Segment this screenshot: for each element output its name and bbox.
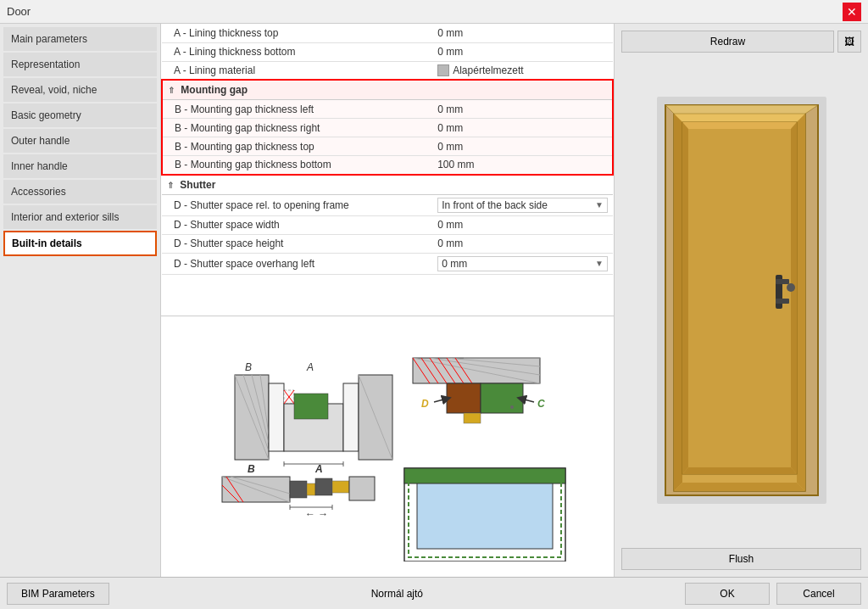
svg-rect-55 [417,481,553,549]
table-row: A - Lining thickness bottom 0 mm [162,42,613,61]
table-row-shutter-height: D - Shutter space height 0 mm [162,234,613,253]
sidebar-item-representation[interactable]: Representation [3,53,157,76]
cancel-button[interactable]: Cancel [776,583,861,605]
param-value[interactable]: 0 mm ▼ [432,253,613,274]
svg-text:B: B [248,463,255,475]
table-row-shutter-width: D - Shutter space width 0 mm [162,215,613,234]
section-title-shutter: Shutter [180,179,215,191]
param-value[interactable]: 0 mm [432,137,613,156]
door-3d-preview [648,88,835,512]
bim-parameters-button[interactable]: BIM Parameters [7,583,109,605]
dropdown-arrow-icon2: ▼ [595,259,604,268]
svg-marker-64 [797,114,805,491]
param-value[interactable]: 100 mm [432,156,613,175]
flush-button[interactable]: Flush [621,548,861,570]
window-title: Door [7,5,31,18]
svg-rect-5 [269,383,284,451]
redraw-button[interactable]: Redraw [621,31,834,53]
svg-rect-72 [776,279,789,284]
params-scroll[interactable]: A - Lining thickness top 0 mm A - Lining… [161,24,614,316]
svg-text:A: A [314,463,323,475]
param-value[interactable]: 0 mm [432,215,613,234]
param-value-material[interactable]: Alapértelmezett [432,61,613,80]
svg-point-37 [510,405,514,409]
param-value[interactable]: 0 mm [432,234,613,253]
svg-marker-61 [674,114,805,122]
dropdown-arrow-icon: ▼ [595,200,604,210]
svg-rect-47 [315,478,332,495]
param-value[interactable]: 0 mm [432,24,613,42]
section-header-shutter[interactable]: ⇑ Shutter [162,175,613,195]
params-area: A - Lining thickness top 0 mm A - Lining… [161,24,614,316]
svg-marker-68 [682,467,797,474]
table-row-mounting-top: B - Mounting gap thickness top 0 mm [162,137,613,156]
param-label: B - Mounting gap thickness bottom [162,156,432,175]
material-swatch [437,64,449,76]
svg-point-74 [787,283,795,292]
svg-marker-62 [674,114,682,491]
section-header-mounting-gap[interactable]: ⇑ Mounting gap [162,80,613,100]
param-label: A - Lining material [162,61,432,80]
param-value[interactable]: 0 mm [432,42,613,61]
svg-rect-46 [307,483,315,495]
svg-marker-66 [682,122,797,129]
diagram-svg: B A [192,332,582,562]
svg-text:←    →: ← → [305,508,328,520]
table-row-mounting-right: B - Mounting gap thickness right 0 mm [162,119,613,137]
material-name: Alapértelmezett [453,64,523,76]
door-preview [615,59,868,541]
param-value[interactable]: 0 mm [432,119,613,137]
table-row: A - Lining material Alapértelmezett [162,61,613,80]
svg-text:C: C [537,398,545,410]
param-label: D - Shutter space rel. to opening frame [162,194,432,215]
sidebar-item-reveal-void-niche[interactable]: Reveal, void, niche [3,78,157,102]
param-label: D - Shutter space width [162,215,432,234]
sidebar-item-basic-geometry[interactable]: Basic geometry [3,103,157,127]
bottom-center-label: Normál ajtó [116,588,678,600]
param-value[interactable]: 0 mm [432,100,613,119]
sidebar-item-built-in-details[interactable]: Built-in details [3,231,157,256]
diagram-area: B A [161,316,614,577]
dropdown-value: In front of the back side [442,199,595,211]
sidebar-item-outer-handle[interactable]: Outer handle [3,129,157,153]
right-panel: Redraw 🖼 [614,24,868,577]
params-table: A - Lining thickness top 0 mm A - Lining… [161,24,614,275]
param-value-text: 0 mm [442,258,595,270]
sidebar-item-accessories[interactable]: Accessories [3,180,157,204]
ok-button[interactable]: OK [685,583,770,605]
param-label: D - Shutter space overhang left [162,253,432,274]
svg-marker-63 [674,483,805,491]
svg-rect-70 [688,129,791,467]
center-content: A - Lining thickness top 0 mm A - Lining… [161,24,614,577]
param-label: D - Shutter space height [162,234,432,253]
table-row: A - Lining thickness top 0 mm [162,24,613,42]
param-label: B - Mounting gap thickness left [162,100,432,119]
sidebar: Main parameters Representation Reveal, v… [0,24,161,577]
sidebar-item-interior-exterior-sills[interactable]: Interior and exterior sills [3,205,157,229]
sidebar-item-main-parameters[interactable]: Main parameters [3,27,157,51]
param-label: B - Mounting gap thickness top [162,137,432,156]
table-row-mounting-left: B - Mounting gap thickness left 0 mm [162,100,613,119]
svg-line-33 [434,399,447,402]
svg-marker-67 [682,122,688,474]
param-label: A - Lining thickness top [162,24,432,42]
svg-rect-32 [464,413,481,423]
svg-marker-75 [665,105,818,114]
svg-text:A: A [306,361,314,373]
svg-text:B: B [245,361,252,373]
close-button[interactable]: ✕ [843,3,861,21]
svg-rect-45 [290,481,307,498]
main-container: Main parameters Representation Reveal, v… [0,24,868,577]
sidebar-item-inner-handle[interactable]: Inner handle [3,154,157,178]
param-value-dropdown[interactable]: In front of the back side ▼ [432,194,613,215]
svg-rect-31 [481,383,523,413]
svg-rect-8 [343,383,359,451]
svg-rect-56 [404,468,565,483]
view-icon-button[interactable]: 🖼 [837,31,861,53]
param-label: A - Lining thickness bottom [162,42,432,61]
redraw-btn-area: Redraw 🖼 [615,24,868,59]
svg-rect-49 [349,477,375,500]
bottom-bar: BIM Parameters Normál ajtó OK Cancel [0,577,868,609]
table-row-mounting-bottom: B - Mounting gap thickness bottom 100 mm [162,156,613,175]
svg-rect-73 [776,299,789,304]
